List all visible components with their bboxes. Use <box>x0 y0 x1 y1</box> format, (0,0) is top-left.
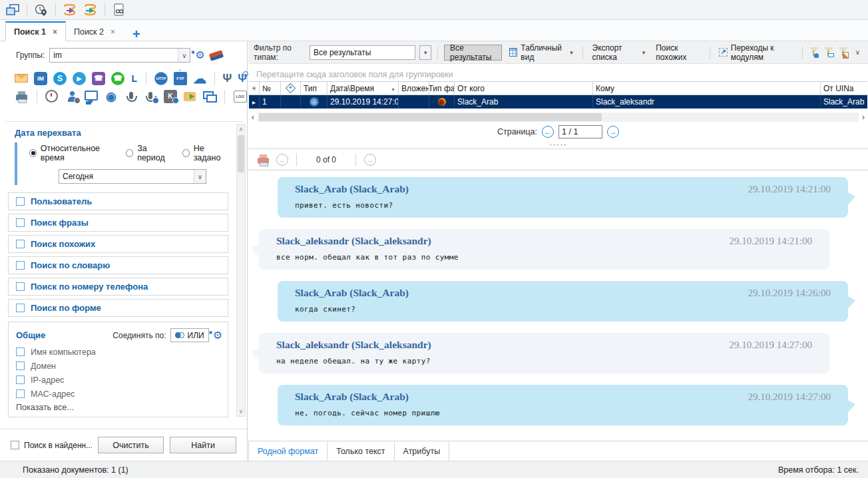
criteria-mac-address[interactable]: MAC-адрес <box>16 387 222 401</box>
tab-native-format[interactable]: Родной формат <box>248 441 327 461</box>
filter-computer-icon[interactable] <box>823 47 834 59</box>
document-search-icon[interactable] <box>110 2 128 18</box>
criteria-domain[interactable]: Домен <box>16 359 222 373</box>
filter-row-phrase-search[interactable]: Поиск фразы <box>8 214 228 232</box>
chat-message[interactable]: Slack_Arab (Slack_Arab)29.10.2019 14:27:… <box>278 385 848 425</box>
filter-row-form-search[interactable]: Поиск по форме <box>8 299 228 317</box>
scrollbar-thumb[interactable] <box>259 113 602 121</box>
next-document-button[interactable] <box>364 154 376 166</box>
mic-record-icon[interactable] <box>144 89 158 103</box>
chat-message[interactable]: Slack_Arab (Slack_Arab)29.10.2019 14:26:… <box>278 281 848 322</box>
sidebar-scrollbar[interactable]: ∧ ∨ <box>236 124 246 417</box>
checkbox[interactable] <box>16 218 25 227</box>
mail-icon[interactable] <box>15 71 28 85</box>
filter-row-dictionary-search[interactable]: Поиск по словарю <box>8 256 228 274</box>
column-header-from-uin[interactable]: От UINa <box>821 82 867 95</box>
export-list-button[interactable]: Экспорт списка <box>589 45 649 61</box>
import-profile-icon[interactable] <box>82 2 99 18</box>
filter-row-user[interactable]: Пользователь <box>8 192 228 210</box>
checkbox[interactable] <box>16 389 25 398</box>
scroll-up-icon[interactable]: ∧ <box>239 124 244 134</box>
checkbox[interactable] <box>16 361 25 370</box>
next-page-button[interactable] <box>607 126 619 138</box>
chevron-down-icon[interactable] <box>194 170 206 183</box>
scrollbar-thumb[interactable] <box>238 135 244 172</box>
radio-relative-time[interactable]: Относительное время <box>29 144 115 162</box>
chat-message[interactable]: Slack_aleksandr (Slack_aleksandr)29.10.2… <box>259 229 829 270</box>
column-header-attachments[interactable]: Вложени <box>399 82 429 95</box>
type-filter-dropdown-button[interactable] <box>419 45 431 60</box>
chat-message[interactable]: Slack_Arab (Slack_Arab)29.10.2019 14:21:… <box>278 177 848 218</box>
tab-search-1[interactable]: Поиск 1 × <box>5 21 66 41</box>
relative-period-combobox[interactable]: Сегодня <box>59 169 206 184</box>
checkbox[interactable] <box>16 304 25 312</box>
checkbox[interactable] <box>16 375 25 384</box>
cloud-icon[interactable]: ☁ <box>193 71 206 85</box>
scroll-down-icon[interactable]: ∨ <box>239 407 244 416</box>
close-icon[interactable]: × <box>110 27 115 37</box>
column-header-datetime[interactable]: Дата\Время <box>327 82 399 95</box>
filter-file-icon[interactable] <box>838 47 849 59</box>
page-number-input[interactable]: 1 / 1 <box>558 125 602 138</box>
table-view-button[interactable]: Табличный вид <box>506 45 576 61</box>
column-header-from[interactable]: От кого <box>455 82 593 95</box>
usb-device-icon[interactable]: Ψ <box>222 71 232 85</box>
radio-period[interactable]: За период <box>126 144 172 162</box>
chevron-down-icon[interactable] <box>178 49 190 62</box>
scheduler-icon[interactable] <box>33 2 50 18</box>
window-restore-icon[interactable] <box>4 2 21 18</box>
type-filter-combobox[interactable]: Все результаты <box>310 45 415 60</box>
column-header-to[interactable]: Кому <box>593 82 821 95</box>
goto-modules-button[interactable]: Переходы к модулям <box>716 45 795 61</box>
device-search-icon[interactable]: Ψ <box>238 71 247 85</box>
lync-icon[interactable]: L <box>130 71 138 85</box>
checkbox[interactable] <box>16 261 25 270</box>
tab-attributes[interactable]: Атрибуты <box>395 441 450 461</box>
similar-search-button[interactable]: Поиск похожих <box>652 45 703 61</box>
tab-text-only[interactable]: Только текст <box>327 441 394 461</box>
chat-message[interactable]: Slack_aleksandr (Slack_aleksandr)29.10.2… <box>259 333 829 373</box>
microphone-icon[interactable] <box>124 89 138 103</box>
checkbox[interactable] <box>16 240 25 248</box>
network-share-icon[interactable] <box>203 89 217 103</box>
search-in-found-checkbox[interactable]: Поиск в найденн... <box>11 441 92 450</box>
telegram-icon[interactable]: ▶ <box>73 71 86 85</box>
grid-horizontal-scrollbar[interactable]: ‹ › <box>250 112 867 122</box>
join-operator-combobox[interactable]: ИЛИ <box>170 328 209 342</box>
radio-not-set[interactable]: Не задано <box>182 144 228 162</box>
user-activity-icon[interactable] <box>65 89 79 103</box>
column-header-type[interactable]: Тип <box>301 82 327 95</box>
log-icon[interactable]: LOG <box>233 89 247 103</box>
program-time-icon[interactable] <box>45 89 59 103</box>
checkbox[interactable] <box>16 197 25 206</box>
webcam-icon[interactable]: ◉ <box>105 89 118 103</box>
checkbox[interactable] <box>11 441 19 449</box>
keylogger-icon[interactable]: K <box>163 89 177 103</box>
column-header-tag[interactable] <box>281 82 301 95</box>
prev-document-button[interactable] <box>276 154 288 166</box>
viber-icon[interactable]: ☎ <box>92 71 105 85</box>
column-header-filetype[interactable]: Тип фа <box>429 82 455 95</box>
clear-button[interactable]: Очистить <box>98 437 164 453</box>
scroll-right-icon[interactable]: › <box>860 113 867 122</box>
show-all-link[interactable]: Показать все... <box>16 403 222 412</box>
scroll-left-icon[interactable]: ‹ <box>250 113 256 122</box>
marker-column-header[interactable]: ✳ <box>249 82 260 95</box>
scrollbar-track[interactable] <box>258 113 859 122</box>
table-row[interactable]: 1 ⊕ 29.10.2019 14:27:00 Slack_Arab Slack… <box>249 95 867 109</box>
print-icon[interactable] <box>15 89 29 103</box>
filter-row-similar-search[interactable]: Поиск похожих <box>8 235 228 253</box>
ftp-icon[interactable]: FTP <box>174 71 187 85</box>
groups-settings-gear-icon[interactable]: ⚙ <box>195 50 204 61</box>
checkbox[interactable] <box>16 282 25 291</box>
filter-user-icon[interactable] <box>809 47 819 59</box>
criteria-ip-address[interactable]: IP-адрес <box>16 373 222 387</box>
criteria-computer-name[interactable]: Имя компьютера <box>16 345 222 359</box>
http-icon[interactable]: HTTP <box>154 71 168 85</box>
file-operations-icon[interactable] <box>183 89 197 103</box>
monitor-icon[interactable] <box>85 89 99 103</box>
tab-search-2[interactable]: Поиск 2 × <box>66 23 123 41</box>
checkbox[interactable] <box>16 348 25 356</box>
all-results-toggle[interactable]: Все результаты <box>444 45 502 61</box>
whatsapp-icon[interactable]: ☎ <box>111 71 124 85</box>
